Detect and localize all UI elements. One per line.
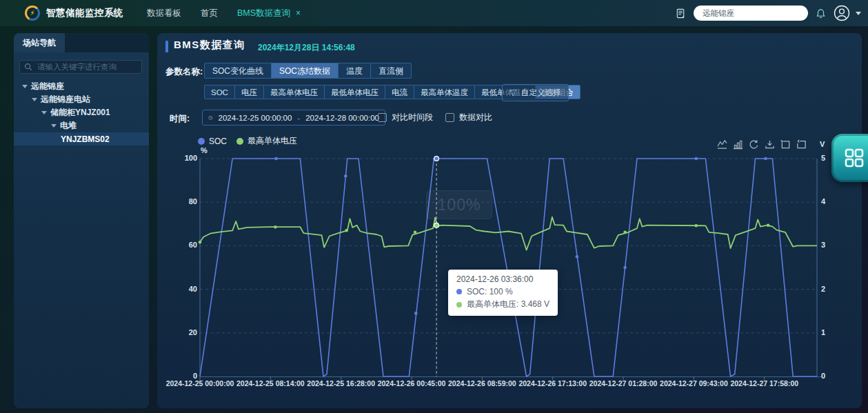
toolbar-zoom-reset-icon[interactable] [796, 139, 807, 150]
tree-caret-icon[interactable] [51, 124, 57, 128]
tree-item-储能柜YNJZ001[interactable]: 储能柜YNJZ001 [14, 106, 149, 119]
param-name-label: 参数名称: [165, 66, 203, 78]
time-label: 时间: [170, 113, 190, 125]
legend-dot-icon [198, 138, 205, 145]
y-left-tick-label: 20 [174, 328, 197, 336]
y-right-unit: V [820, 140, 825, 148]
app-logo-icon: ⚡ [25, 6, 40, 21]
sidebar-tabbar: 场站导航 [14, 33, 149, 52]
tree-caret-icon[interactable] [22, 85, 28, 88]
report-icon[interactable] [676, 8, 686, 19]
series-marker [623, 231, 627, 234]
tree-item-远能锦座电站[interactable]: 远能锦座电站 [14, 93, 149, 106]
zoom-level-badge: 100% [426, 190, 492, 219]
tree-item-label: 远能锦座电站 [41, 94, 90, 105]
title-accent-bar [165, 41, 168, 52]
sub-param-SOC[interactable]: SOC [204, 85, 235, 99]
param-group-温度[interactable]: 温度 [338, 63, 371, 79]
top-nav: 数据看板首页 [147, 8, 218, 19]
time-end-value[interactable]: 2024-12-28 00:00:00 [305, 114, 379, 122]
sidebar-search-box [19, 60, 142, 74]
bms-data-query-page: { "topbar": { "app_title": "智慧储能监控系统", "… [0, 0, 868, 413]
series-marker [414, 231, 417, 234]
crosshair-point-voltage [434, 223, 439, 228]
app-title: 智慧储能监控系统 [46, 7, 123, 19]
series-marker [344, 174, 347, 178]
y-left-tick-label: 40 [174, 285, 197, 293]
tree-caret-icon[interactable] [41, 111, 47, 114]
time-start-value[interactable]: 2024-12-25 00:00:00 [219, 114, 292, 122]
toolbar-data-zoom-icon[interactable] [780, 139, 791, 150]
chart-toolbar [717, 139, 807, 150]
tab-close-icon[interactable]: × [296, 8, 301, 18]
nav-item-0[interactable]: 数据看板 [147, 8, 181, 19]
custom-select-button[interactable]: 自定义选择 [502, 84, 569, 101]
user-avatar-icon[interactable] [834, 5, 850, 21]
param-group-直流侧[interactable]: 直流侧 [370, 63, 412, 79]
sub-param-最高单体电压[interactable]: 最高单体电压 [263, 85, 325, 99]
chart-tooltip: 2024-12-26 03:36:00 SOC: 100 %最高单体电压: 3.… [448, 270, 558, 316]
series-marker [414, 312, 418, 315]
legend-item-SOC[interactable]: SOC [198, 137, 227, 146]
series-marker [694, 224, 698, 228]
param-group-tabs: SOC变化曲线SOC冻结数据温度直流侧 [204, 63, 412, 79]
legend-dot-icon [236, 138, 243, 145]
y-left-unit: % [201, 146, 208, 154]
compare-period-checkbox[interactable]: 对比时间段 [378, 112, 433, 123]
compare-data-checkbox-box[interactable] [445, 113, 454, 122]
toolbar-line-chart-icon[interactable] [717, 139, 727, 150]
compare-data-label: 数据对比 [459, 112, 492, 123]
sidebar-search-input[interactable] [36, 62, 137, 72]
search-icon [24, 63, 32, 71]
series-最高单体电压 [200, 217, 817, 250]
org-selector[interactable]: 远能锦座 [694, 6, 808, 21]
tooltip-time: 2024-12-26 03:36:00 [456, 274, 549, 284]
sub-param-最高单体温度[interactable]: 最高单体温度 [414, 85, 475, 99]
toolbar-bar-chart-icon[interactable] [733, 139, 743, 150]
tab-bms-data-query[interactable]: BMS数据查询 × [237, 8, 301, 19]
top-bar: ⚡ 智慧储能监控系统 数据看板首页 BMS数据查询 × 远能锦座 [0, 0, 868, 26]
chart-legend: SOC最高单体电压 [198, 135, 297, 147]
legend-label: SOC [209, 137, 227, 146]
param-group-SOC变化曲线[interactable]: SOC变化曲线 [204, 63, 272, 79]
tooltip-row-text: SOC: 100 % [467, 287, 513, 296]
app-logo-bolt: ⚡ [27, 8, 38, 19]
compare-period-checkbox-box[interactable] [378, 113, 387, 122]
series-marker [274, 225, 277, 229]
toolbar-restore-icon[interactable] [749, 139, 759, 150]
y-right-tick-label: 4 [821, 197, 825, 205]
tree-item-label: 电堆 [60, 120, 77, 132]
tree-caret-icon[interactable] [32, 98, 37, 101]
crosshair-point-soc [434, 157, 439, 161]
tab-station-navigation[interactable]: 场站导航 [14, 33, 65, 52]
toolbar-download-icon[interactable] [765, 139, 775, 150]
nav-item-1[interactable]: 首页 [201, 8, 218, 19]
y-right-tick-label: 5 [821, 154, 825, 162]
legend-item-最高单体电压[interactable]: 最高单体电压 [236, 135, 297, 147]
tree-item-YNJZBMS02[interactable]: YNJZBMS02 [14, 132, 149, 145]
tooltip-row-最高单体电压: 最高单体电压: 3.468 V [456, 299, 549, 310]
series-marker [345, 229, 348, 232]
tree-item-电堆[interactable]: 电堆 [14, 119, 149, 132]
param-group-SOC冻结数据[interactable]: SOC冻结数据 [271, 63, 339, 79]
series-SOC [200, 159, 817, 376]
bell-icon[interactable] [816, 8, 826, 19]
floating-widgets-button[interactable] [831, 134, 868, 182]
tooltip-row-SOC: SOC: 100 % [456, 287, 549, 296]
sub-param-电流[interactable]: 电流 [385, 85, 414, 99]
compare-period-label: 对比时间段 [392, 112, 433, 123]
compare-data-checkbox[interactable]: 数据对比 [445, 112, 492, 123]
y-left-tick-label: 100 [174, 154, 197, 162]
user-menu-caret-icon[interactable] [856, 12, 861, 15]
y-right-tick-label: 1 [821, 328, 825, 336]
clock-icon [208, 114, 213, 122]
time-range-picker[interactable]: 2024-12-25 00:00:00 - 2024-12-28 00:00:0… [202, 110, 385, 125]
topbar-right: 远能锦座 [676, 0, 861, 26]
sub-param-电压[interactable]: 电压 [234, 85, 264, 99]
series-marker [199, 241, 202, 244]
sub-param-最低单体电压[interactable]: 最低单体电压 [324, 85, 385, 99]
tree-item-远能锦座[interactable]: 远能锦座 [14, 80, 149, 93]
tab-bms-label: BMS数据查询 [237, 8, 290, 19]
series-marker [274, 157, 278, 161]
series-marker [764, 157, 767, 161]
